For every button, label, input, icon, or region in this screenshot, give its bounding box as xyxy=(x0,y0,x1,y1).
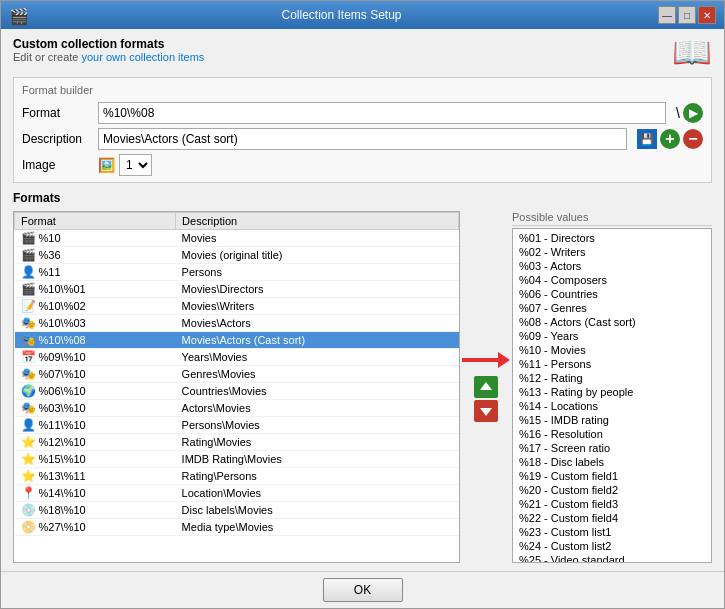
possible-value-item[interactable]: %23 - Custom list1 xyxy=(513,525,711,539)
window-title: Collection Items Setup xyxy=(25,8,658,22)
possible-value-item[interactable]: %06 - Countries xyxy=(513,287,711,301)
rating-icon: ⭐ xyxy=(21,469,36,483)
description-cell: Persons xyxy=(176,264,459,281)
description-cell: Movies\Writers xyxy=(176,298,459,315)
description-cell: Movies xyxy=(176,230,459,247)
move-up-button[interactable] xyxy=(474,376,498,398)
possible-value-item[interactable]: %03 - Actors xyxy=(513,259,711,273)
section-title: Custom collection formats xyxy=(13,37,204,51)
main-window: 🎬 Collection Items Setup — □ ✕ Custom co… xyxy=(0,0,725,609)
table-row[interactable]: 🎬 %36 Movies (original title) xyxy=(15,247,459,264)
possible-value-item[interactable]: %15 - IMDB rating xyxy=(513,413,711,427)
svg-marker-0 xyxy=(480,382,492,390)
possible-values-list[interactable]: %01 - Directors%02 - Writers%03 - Actors… xyxy=(512,228,712,563)
up-arrow-icon xyxy=(479,380,493,394)
possible-value-item[interactable]: %10 - Movies xyxy=(513,343,711,357)
table-row[interactable]: 📅 %09\%10 Years\Movies xyxy=(15,349,459,366)
image-label: Image xyxy=(22,158,92,172)
close-button[interactable]: ✕ xyxy=(698,6,716,24)
possible-value-item[interactable]: %01 - Directors xyxy=(513,231,711,245)
table-row[interactable]: 📍 %14\%10 Location\Movies xyxy=(15,485,459,502)
possible-value-item[interactable]: %24 - Custom list2 xyxy=(513,539,711,553)
possible-value-item[interactable]: %14 - Locations xyxy=(513,399,711,413)
arrow-shaft xyxy=(462,358,498,362)
image-select-area: 🖼️ 1 2 3 xyxy=(98,154,152,176)
possible-value-item[interactable]: %07 - Genres xyxy=(513,301,711,315)
actor-icon: 🎭 xyxy=(21,316,36,330)
remove-button[interactable]: − xyxy=(683,129,703,149)
table-row[interactable]: ⭐ %15\%10 IMDB Rating\Movies xyxy=(15,451,459,468)
svg-marker-1 xyxy=(480,408,492,416)
possible-value-item[interactable]: %22 - Custom field4 xyxy=(513,511,711,525)
format-input[interactable] xyxy=(98,102,666,124)
table-row[interactable]: 🎭 %10\%08 Movies\Actors (Cast sort) xyxy=(15,332,459,349)
format-cell: 🎭 %07\%10 xyxy=(15,366,176,383)
format-go-button[interactable]: ▶ xyxy=(683,103,703,123)
format-row: Format \ ▶ xyxy=(22,102,703,124)
dir-icon: 🎬 xyxy=(21,282,36,296)
table-row[interactable]: 🎭 %10\%03 Movies\Actors xyxy=(15,315,459,332)
description-cell: Media type\Movies xyxy=(176,519,459,536)
description-cell: IMDB Rating\Movies xyxy=(176,451,459,468)
location-icon: 📍 xyxy=(21,486,36,500)
red-arrow-indicator xyxy=(462,352,510,368)
table-row[interactable]: 👤 %11\%10 Persons\Movies xyxy=(15,417,459,434)
description-cell: Movies\Directors xyxy=(176,281,459,298)
possible-value-item[interactable]: %13 - Rating by people xyxy=(513,385,711,399)
image-preview-icon: 🖼️ xyxy=(98,157,115,173)
description-input[interactable] xyxy=(98,128,627,150)
subtitle: Edit or create your own collection items xyxy=(13,51,204,63)
description-cell: Actors\Movies xyxy=(176,400,459,417)
possible-value-item[interactable]: %16 - Resolution xyxy=(513,427,711,441)
possible-value-item[interactable]: %19 - Custom field1 xyxy=(513,469,711,483)
formats-panel: Format Description 🎬 %10 Movies 🎬 %36 Mo… xyxy=(13,211,460,563)
possible-value-item[interactable]: %21 - Custom field3 xyxy=(513,497,711,511)
possible-values-header: Possible values xyxy=(512,211,712,226)
image-select[interactable]: 1 2 3 xyxy=(119,154,152,176)
move-down-button[interactable] xyxy=(474,400,498,422)
movie-icon: 🎬 xyxy=(21,231,36,245)
save-button[interactable]: 💾 xyxy=(637,129,657,149)
table-row[interactable]: 🎬 %10 Movies xyxy=(15,230,459,247)
country-icon: 🌍 xyxy=(21,384,36,398)
possible-value-item[interactable]: %25 - Video standard xyxy=(513,553,711,563)
ok-button[interactable]: OK xyxy=(323,578,403,602)
possible-values-panel: Possible values %01 - Directors%02 - Wri… xyxy=(512,211,712,563)
table-row[interactable]: 🎬 %10\%01 Movies\Directors xyxy=(15,281,459,298)
minimize-button[interactable]: — xyxy=(658,6,676,24)
add-button[interactable]: + xyxy=(660,129,680,149)
format-cell: 💿 %18\%10 xyxy=(15,502,176,519)
format-cell: 🎬 %36 xyxy=(15,247,176,264)
possible-value-item[interactable]: %18 - Disc labels xyxy=(513,455,711,469)
possible-value-item[interactable]: %20 - Custom field2 xyxy=(513,483,711,497)
col-description: Description xyxy=(176,213,459,230)
table-row[interactable]: ⭐ %13\%11 Rating\Persons xyxy=(15,468,459,485)
table-row[interactable]: 👤 %11 Persons xyxy=(15,264,459,281)
format-cell: 📅 %09\%10 xyxy=(15,349,176,366)
possible-value-item[interactable]: %04 - Composers xyxy=(513,273,711,287)
format-cell: 👤 %11\%10 xyxy=(15,417,176,434)
table-row[interactable]: 🎭 %03\%10 Actors\Movies xyxy=(15,400,459,417)
formats-table[interactable]: Format Description 🎬 %10 Movies 🎬 %36 Mo… xyxy=(13,211,460,563)
description-cell: Countries\Movies xyxy=(176,383,459,400)
arrow-head xyxy=(498,352,510,368)
format-cell: 🎭 %10\%08 xyxy=(15,332,176,349)
backslash-label: \ xyxy=(676,105,680,121)
possible-value-item[interactable]: %02 - Writers xyxy=(513,245,711,259)
table-row[interactable]: 📀 %27\%10 Media type\Movies xyxy=(15,519,459,536)
possible-value-item[interactable]: %08 - Actors (Cast sort) xyxy=(513,315,711,329)
table-row[interactable]: 🎭 %07\%10 Genres\Movies xyxy=(15,366,459,383)
description-cell: Movies (original title) xyxy=(176,247,459,264)
table-row[interactable]: 💿 %18\%10 Disc labels\Movies xyxy=(15,502,459,519)
table-row[interactable]: 📝 %10\%02 Movies\Writers xyxy=(15,298,459,315)
maximize-button[interactable]: □ xyxy=(678,6,696,24)
subtitle-link[interactable]: your own collection items xyxy=(81,51,204,63)
format-cell: ⭐ %12\%10 xyxy=(15,434,176,451)
table-row[interactable]: 🌍 %06\%10 Countries\Movies xyxy=(15,383,459,400)
down-arrow-icon xyxy=(479,404,493,418)
possible-value-item[interactable]: %11 - Persons xyxy=(513,357,711,371)
possible-value-item[interactable]: %17 - Screen ratio xyxy=(513,441,711,455)
possible-value-item[interactable]: %09 - Years xyxy=(513,329,711,343)
possible-value-item[interactable]: %12 - Rating xyxy=(513,371,711,385)
table-row[interactable]: ⭐ %12\%10 Rating\Movies xyxy=(15,434,459,451)
